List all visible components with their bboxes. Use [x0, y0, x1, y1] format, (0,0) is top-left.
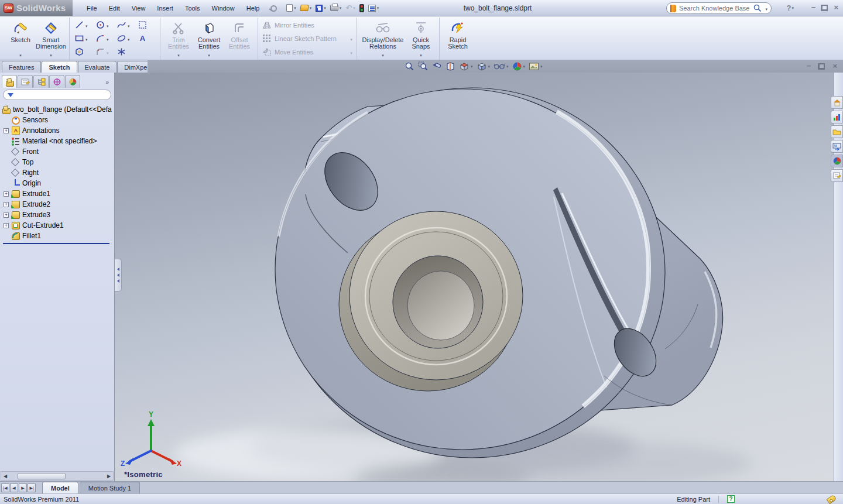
previous-view-button[interactable]: [431, 61, 443, 72]
custom-properties-tab[interactable]: [831, 169, 843, 182]
tab-evaluate[interactable]: Evaluate: [78, 61, 117, 73]
sketch-fillet-dropdown[interactable]: [106, 49, 109, 56]
status-help-icon[interactable]: ?: [727, 495, 735, 503]
display-style-button[interactable]: [476, 61, 491, 72]
scroll-left-arrow[interactable]: ◀: [1, 474, 9, 479]
pane-overflow-button[interactable]: »: [105, 79, 112, 88]
rectangle-dropdown[interactable]: [85, 35, 88, 42]
prev-tab-button[interactable]: ◀: [10, 484, 18, 492]
spline-dropdown[interactable]: [127, 22, 130, 29]
part-model-two-bolt-flange[interactable]: [115, 73, 834, 481]
pin-menu-icon[interactable]: [269, 4, 277, 12]
last-tab-button[interactable]: ▶|: [28, 484, 36, 492]
propertymanager-tab[interactable]: [18, 75, 33, 88]
rollback-bar[interactable]: [3, 243, 109, 244]
motion-study-tab[interactable]: Motion Study 1: [80, 482, 140, 493]
display-manager-tab[interactable]: [65, 75, 80, 88]
display-delete-flyout-arrow[interactable]: ▾: [382, 53, 384, 59]
rebuild-button[interactable]: [358, 3, 365, 13]
new-document-button[interactable]: [285, 3, 297, 13]
tree-item-annotations[interactable]: + Annotations: [2, 125, 114, 136]
menu-insert[interactable]: Insert: [151, 2, 179, 14]
save-button[interactable]: [314, 4, 327, 13]
text-tool[interactable]: A: [136, 33, 157, 43]
tree-filter-box[interactable]: [3, 90, 111, 100]
graphics-viewport[interactable]: Y X Z *Isometric: [115, 73, 834, 481]
trim-flyout-arrow[interactable]: ▾: [177, 53, 180, 59]
menu-file[interactable]: File: [81, 2, 103, 14]
undo-button[interactable]: ↶: [344, 4, 356, 12]
circle-dropdown[interactable]: [106, 22, 109, 29]
tree-item-sensors[interactable]: Sensors: [2, 115, 114, 125]
menu-tools[interactable]: Tools: [179, 2, 206, 14]
arc-tool[interactable]: [94, 33, 115, 43]
tab-sketch[interactable]: Sketch: [42, 61, 77, 73]
close-button[interactable]: ×: [834, 4, 838, 11]
line-tool[interactable]: [73, 20, 94, 30]
circle-tool[interactable]: [94, 20, 115, 30]
move-entities-dropdown[interactable]: [349, 49, 352, 56]
display-delete-relations-button[interactable]: Display/Delete Relations ▾: [360, 18, 406, 59]
tree-item-cut-extrude1[interactable]: + Cut-Extrude1: [2, 220, 114, 231]
viewport-restore-button[interactable]: [818, 63, 825, 69]
search-icon[interactable]: [753, 4, 762, 12]
tree-root-part[interactable]: two_bolt_flange (Default<<Defa: [2, 104, 114, 115]
linear-sketch-pattern-button[interactable]: Linear Sketch Pattern: [262, 34, 352, 43]
appearances-scenes-tab[interactable]: [831, 155, 843, 167]
convert-flyout-arrow[interactable]: ▾: [208, 53, 210, 59]
expand-toggle[interactable]: +: [4, 128, 9, 133]
mirror-entities-button[interactable]: Mirror Entities: [262, 20, 352, 30]
featuremanager-tree-tab[interactable]: [2, 75, 17, 88]
ellipse-tool[interactable]: [115, 33, 136, 43]
rectangle-tool[interactable]: [73, 33, 94, 43]
help-button[interactable]: ?: [787, 4, 794, 12]
tree-item-origin[interactable]: Origin: [2, 178, 114, 188]
point-tool[interactable]: [115, 47, 136, 57]
model-tab[interactable]: Model: [42, 482, 78, 493]
sketch-fillet-tool[interactable]: [94, 47, 115, 57]
tree-item-fillet1[interactable]: Fillet1: [2, 231, 114, 241]
options-button[interactable]: [367, 4, 381, 13]
panel-horizontal-scrollbar[interactable]: ◀ ▶: [1, 471, 114, 481]
tab-features[interactable]: Features: [2, 61, 41, 73]
viewport-close-button[interactable]: ×: [832, 61, 837, 70]
quick-snaps-button[interactable]: Quick Snaps ▾: [406, 18, 436, 59]
next-tab-button[interactable]: ▶: [19, 484, 27, 492]
menu-help[interactable]: Help: [241, 2, 266, 14]
menu-edit[interactable]: Edit: [103, 2, 126, 14]
polygon-tool[interactable]: [73, 47, 94, 57]
menu-window[interactable]: Window: [206, 2, 241, 14]
first-tab-button[interactable]: |◀: [1, 484, 9, 492]
apply-scene-button[interactable]: [528, 61, 543, 72]
tree-item-extrude2[interactable]: + Extrude2: [2, 199, 114, 210]
ellipse-dropdown[interactable]: [127, 35, 130, 42]
quick-snaps-flyout-arrow[interactable]: ▾: [420, 53, 422, 59]
trim-entities-button[interactable]: Trim Entities ▾: [163, 18, 194, 59]
zoom-to-fit-button[interactable]: [404, 61, 415, 72]
open-button[interactable]: [299, 4, 313, 12]
viewport-minimize-button[interactable]: −: [807, 61, 811, 70]
scroll-right-arrow[interactable]: ▶: [105, 474, 113, 479]
arc-dropdown[interactable]: [106, 35, 109, 42]
tree-item-material[interactable]: Material <not specified>: [2, 136, 114, 146]
minimize-button[interactable]: −: [811, 4, 816, 11]
move-entities-button[interactable]: Move Entities: [262, 47, 352, 57]
panel-collapse-splitter[interactable]: [115, 259, 122, 292]
tag-icon[interactable]: [826, 494, 837, 504]
tree-item-extrude3[interactable]: + Extrude3: [2, 210, 114, 220]
tree-item-right-plane[interactable]: Right: [2, 167, 114, 178]
menu-view[interactable]: View: [126, 2, 152, 14]
smart-dimension-flyout-arrow[interactable]: ▾: [50, 53, 52, 59]
section-view-button[interactable]: [445, 61, 456, 72]
expand-toggle[interactable]: +: [4, 223, 9, 228]
tree-item-extrude1[interactable]: + Extrude1: [2, 188, 114, 199]
scroll-thumb[interactable]: [18, 473, 66, 479]
tree-item-front-plane[interactable]: Front: [2, 146, 114, 157]
view-orientation-button[interactable]: [458, 61, 474, 72]
design-library-tab[interactable]: [831, 111, 843, 124]
tree-item-top-plane[interactable]: Top: [2, 157, 114, 167]
file-explorer-tab[interactable]: [831, 125, 843, 138]
rapid-sketch-button[interactable]: Rapid Sketch: [443, 18, 473, 59]
print-button[interactable]: [329, 4, 343, 12]
hide-show-items-button[interactable]: [493, 61, 509, 71]
